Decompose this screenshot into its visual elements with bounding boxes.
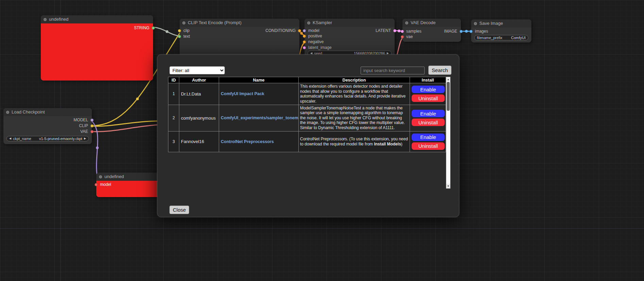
extension-link[interactable]: ComfyUI_experiments/sampler_tonemap [221, 116, 299, 120]
slot-label: MODEL [73, 118, 88, 122]
node-title-bar[interactable]: KSampler [304, 19, 395, 27]
cell-name: ControlNet Preprocessors [219, 131, 299, 152]
widget-value: ComfyUI [504, 36, 526, 40]
input-slot-latent-image[interactable] [303, 46, 306, 49]
search-input[interactable] [361, 67, 425, 74]
extension-link[interactable]: ControlNet Preprocessors [221, 139, 274, 144]
collapse-dot-icon[interactable] [474, 22, 477, 25]
input-slot-vae[interactable] [401, 35, 404, 38]
node-title: Save Image [479, 21, 503, 26]
collapse-dot-icon[interactable] [6, 111, 9, 114]
table-header-row: ID Author Name Description Install [168, 77, 446, 83]
node-title: Load Checkpoint [12, 109, 45, 115]
column-header-name: Name [219, 77, 299, 83]
widget-label: ckpt_name [13, 137, 31, 141]
node-title-bar[interactable]: VAE Decode [402, 19, 461, 27]
cell-description: This extension offers various detector n… [299, 83, 410, 105]
slot-label: LATENT [376, 28, 391, 33]
output-slot-conditioning[interactable] [298, 29, 301, 32]
uninstall-button[interactable]: Uninstall [412, 94, 445, 102]
node-ksampler[interactable]: KSampler model positive negative latent_… [304, 19, 395, 59]
node-title-bar[interactable]: Save Image [471, 19, 531, 28]
slot-label: images [475, 29, 488, 34]
ckpt-name-widget[interactable]: ◀ ckpt_name v1-5-pruned-emaonly.ckpt ▶ [6, 136, 89, 141]
cell-description: ControlNet Preprocessors. (To use this e… [299, 131, 410, 152]
close-button[interactable]: Close [169, 206, 189, 214]
node-body: MODEL CLIP VAE ◀ ckpt_name v1-5-pruned-e… [3, 116, 92, 144]
output-slot-clip[interactable] [90, 124, 94, 127]
increment-arrow-icon[interactable]: ▶ [84, 136, 86, 141]
node-title: KSampler [313, 20, 332, 25]
node-title-bar[interactable]: undefined [96, 173, 159, 181]
scroll-down-icon[interactable]: ▼ [446, 184, 450, 188]
output-slot-image[interactable] [460, 30, 463, 33]
cell-id: 2 [168, 105, 179, 131]
output-slot-vae[interactable] [90, 130, 94, 133]
node-vae-decode[interactable]: VAE Decode samples vae IMAGE [402, 19, 461, 42]
column-header-id: ID [168, 77, 179, 83]
enable-button[interactable]: Enable [412, 86, 445, 93]
scrollbar-thumb[interactable] [447, 82, 450, 111]
cell-install: Enable Uninstall [410, 131, 446, 152]
input-slot-negative[interactable] [303, 40, 306, 43]
enable-button[interactable]: Enable [412, 134, 445, 141]
cell-author: comfyanonymous [179, 105, 219, 131]
node-body: model [96, 181, 159, 197]
node-title-bar[interactable]: undefined [41, 15, 153, 23]
output-slot-string[interactable] [152, 27, 155, 30]
input-slot-text[interactable] [178, 35, 181, 38]
cell-author: Dr.Lt.Data [179, 83, 219, 105]
collapse-dot-icon[interactable] [307, 21, 310, 24]
slot-label: STRING [134, 25, 149, 30]
cell-install: Enable Uninstall [410, 105, 446, 131]
extension-link[interactable]: ComfyUI Impact Pack [221, 91, 264, 96]
slot-label: negative [308, 39, 324, 44]
filename-prefix-widget[interactable]: filename_prefix ComfyUI [474, 35, 528, 40]
node-body: samples vae IMAGE [402, 27, 461, 42]
node-title: CLIP Text Encode (Prompt) [188, 20, 242, 25]
table-row: 3 Fannovel16 ControlNet Preprocessors Co… [168, 131, 446, 152]
collapse-dot-icon[interactable] [182, 21, 185, 24]
input-slot-images[interactable] [469, 30, 473, 33]
cell-author: Fannovel16 [179, 131, 219, 152]
slot-label: model [100, 182, 111, 187]
node-title-bar[interactable]: CLIP Text Encode (Prompt) [180, 19, 299, 27]
scrollbar[interactable]: ▲ ▼ [446, 77, 450, 189]
collapse-dot-icon[interactable] [405, 21, 408, 24]
uninstall-button[interactable]: Uninstall [412, 119, 445, 126]
node-body: STRING [41, 23, 153, 81]
table-row: 2 comfyanonymous ComfyUI_experiments/sam… [168, 105, 446, 131]
node-title-bar[interactable]: Load Checkpoint [3, 108, 92, 116]
extensions-table: ID Author Name Description Install 1 Dr.… [168, 77, 446, 152]
node-body: images filename_prefix ComfyUI [471, 28, 531, 42]
slot-label: VAE [80, 129, 88, 134]
manager-dialog: Filter: all Search ID Author Name Descri… [157, 54, 459, 217]
node-undefined-bottom[interactable]: undefined model [96, 173, 159, 197]
node-undefined-top[interactable]: undefined STRING [41, 15, 153, 81]
input-slot-model[interactable] [95, 183, 98, 186]
output-slot-model[interactable] [90, 119, 94, 122]
collapse-dot-icon[interactable] [99, 175, 102, 178]
node-title: undefined [49, 17, 68, 22]
collapse-dot-icon[interactable] [44, 18, 47, 21]
grid-axis-horizontal [0, 228, 644, 229]
cell-install: Enable Uninstall [410, 83, 446, 105]
uninstall-button[interactable]: Uninstall [412, 142, 445, 150]
input-slot-positive[interactable] [303, 35, 306, 38]
decrement-arrow-icon[interactable]: ◀ [9, 136, 11, 141]
slot-label: text [183, 34, 190, 39]
cell-id: 1 [168, 83, 179, 105]
node-title: VAE Decode [411, 20, 435, 25]
cell-id: 3 [168, 131, 179, 152]
filter-select[interactable]: Filter: all [169, 66, 225, 74]
node-save-image[interactable]: Save Image images filename_prefix ComfyU… [471, 19, 531, 42]
slot-label: latent_image [308, 45, 332, 50]
slot-label: CONDITIONING [265, 28, 296, 33]
output-slot-latent[interactable] [393, 29, 396, 32]
column-header-description: Description [299, 77, 410, 83]
search-button[interactable]: Search [428, 66, 451, 75]
slot-label: CLIP [79, 123, 88, 128]
node-load-checkpoint[interactable]: Load Checkpoint MODEL CLIP VAE ◀ ckpt_na… [3, 108, 92, 144]
scroll-up-icon[interactable]: ▲ [446, 77, 450, 82]
enable-button[interactable]: Enable [412, 110, 445, 117]
